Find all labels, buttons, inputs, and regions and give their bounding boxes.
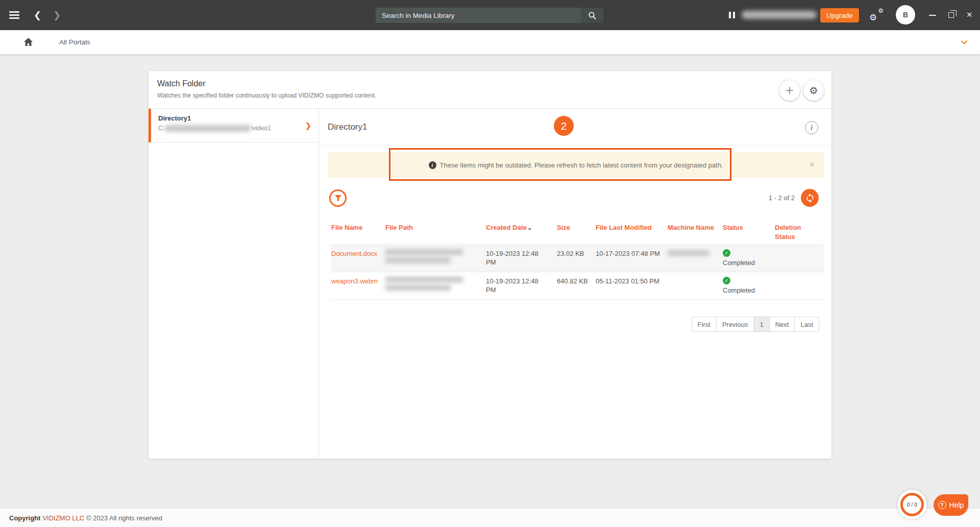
user-avatar[interactable]: B xyxy=(896,5,915,25)
help-button[interactable]: ? Help xyxy=(934,494,968,516)
page-content: Watch Folder Watches the specified folde… xyxy=(0,54,980,508)
table-toolbar: 1 - 2 of 2 xyxy=(329,189,819,207)
detail-header: Directory1 xyxy=(319,109,831,146)
machine-name-cell xyxy=(668,272,723,299)
window-restore-icon[interactable] xyxy=(948,12,954,18)
filter-button[interactable] xyxy=(329,189,347,207)
col-header-deletion-status[interactable]: Deletion Status xyxy=(775,223,824,241)
breadcrumb-bar: All Portals xyxy=(0,30,980,54)
file-name-link[interactable]: Document.docx xyxy=(331,245,385,272)
forward-arrow-icon[interactable]: ❯ xyxy=(53,0,61,30)
directory-list: Directory1 C: \video1 ❯ xyxy=(149,109,319,458)
chevron-down-icon[interactable] xyxy=(960,38,969,49)
created-date-cell: 10-19-2023 12:48 PM xyxy=(486,272,557,299)
refresh-icon xyxy=(805,193,815,203)
redacted-text xyxy=(385,277,463,282)
table-header-row: File Name File Path Created Date⌄ Size F… xyxy=(331,223,824,244)
company-link[interactable]: VIDIZMO LLC xyxy=(42,514,84,522)
file-last-modified-cell: 05-11-2023 01:50 PM xyxy=(596,272,668,299)
hamburger-menu-icon[interactable] xyxy=(9,11,19,19)
search-icon xyxy=(588,11,597,20)
directory-name: Directory1 xyxy=(158,114,303,122)
col-header-file-name[interactable]: File Name xyxy=(331,223,385,241)
pagination-next-button[interactable]: Next xyxy=(770,317,795,332)
col-header-file-path[interactable]: File Path xyxy=(385,223,486,241)
close-icon[interactable]: ✕ xyxy=(809,161,815,169)
result-range: 1 - 2 of 2 xyxy=(769,194,795,202)
status-label: Completed xyxy=(723,286,755,294)
file-name-link[interactable]: weapon3.webm xyxy=(331,272,385,299)
file-path-cell xyxy=(385,245,486,272)
sort-desc-icon: ⌄ xyxy=(527,224,532,231)
search-input[interactable] xyxy=(376,8,581,23)
status-label: Completed xyxy=(723,259,755,267)
info-circle-icon: i xyxy=(429,161,436,169)
add-watch-folder-button[interactable]: + xyxy=(779,80,800,101)
footer: Copyright VIDIZMO LLC © 2023 All rights … xyxy=(0,508,980,527)
upload-counter: 0 / 0 xyxy=(907,502,917,508)
media-library-search xyxy=(376,8,603,23)
card-body: Directory1 C: \video1 ❯ Directory1 i 2 xyxy=(149,109,831,458)
check-circle-icon: ✓ xyxy=(723,277,730,284)
table-row: Document.docx 10-19-2023 12:48 PM 23.02 … xyxy=(331,244,824,272)
warning-message: These items might be outdated. Please re… xyxy=(440,161,723,169)
home-icon[interactable] xyxy=(23,37,33,49)
watch-folder-table: File Name File Path Created Date⌄ Size F… xyxy=(331,223,824,300)
breadcrumb-all-portals[interactable]: All Portals xyxy=(59,30,90,54)
gear-icon: ⚙ xyxy=(809,86,818,95)
help-label: Help xyxy=(949,501,964,509)
status-cell: ✓ Completed xyxy=(723,245,775,272)
filter-icon xyxy=(334,195,342,202)
pagination-first-button[interactable]: First xyxy=(692,317,717,332)
settings-button[interactable]: ⚙ xyxy=(803,80,824,101)
pagination-previous-button[interactable]: Previous xyxy=(717,317,754,332)
file-path-cell xyxy=(385,272,486,299)
gears-icon[interactable]: ⚙ ⚙ xyxy=(869,8,884,22)
info-icon[interactable]: i xyxy=(805,121,818,134)
page-title: Watch Folder xyxy=(157,79,823,88)
table-row: weapon3.webm 10-19-2023 12:48 PM 640.82 … xyxy=(331,272,824,300)
pagination-page-1-button[interactable]: 1 xyxy=(754,317,769,332)
col-header-machine-name[interactable]: Machine Name xyxy=(668,223,723,241)
rights-label: © 2023 All rights reserved xyxy=(86,514,162,522)
check-circle-icon: ✓ xyxy=(723,249,730,257)
annotation-step-badge: 2 xyxy=(554,116,574,136)
pagination: First Previous 1 Next Last xyxy=(692,317,819,332)
file-last-modified-cell: 10-17-2023 07:48 PM xyxy=(596,245,668,272)
deletion-status-cell xyxy=(775,272,824,299)
window-minimize-icon[interactable] xyxy=(929,15,936,16)
top-bar: ❮ ❯ Upgrade ⚙ ⚙ B ✕ xyxy=(0,0,980,30)
size-cell: 640.82 KB xyxy=(557,272,596,299)
created-date-cell: 10-19-2023 12:48 PM xyxy=(486,245,557,272)
directory-path: C: \video1 xyxy=(158,125,303,132)
machine-name-cell xyxy=(668,245,723,272)
directory-detail: Directory1 i 2 i These items might be ou… xyxy=(319,109,831,458)
redacted-text xyxy=(668,250,709,256)
pause-icon[interactable] xyxy=(729,12,735,18)
copyright-label: Copyright xyxy=(9,514,40,522)
toolbar-right: 1 - 2 of 2 xyxy=(769,189,819,207)
size-cell: 23.02 KB xyxy=(557,245,596,272)
back-arrow-icon[interactable]: ❮ xyxy=(34,0,41,30)
redacted-text xyxy=(385,285,451,291)
col-header-file-last-modified[interactable]: File Last Modified xyxy=(596,223,668,241)
col-header-size[interactable]: Size xyxy=(557,223,596,241)
search-button[interactable] xyxy=(581,8,603,23)
redacted-text xyxy=(385,257,451,263)
upload-progress-ring[interactable]: 0 / 0 xyxy=(897,490,927,519)
deletion-status-cell xyxy=(775,245,824,272)
page-subtitle: Watches the specified folder continuousl… xyxy=(157,92,823,99)
refresh-button[interactable] xyxy=(801,189,819,207)
col-header-status[interactable]: Status xyxy=(723,223,775,241)
question-mark-icon: ? xyxy=(938,501,946,509)
status-cell: ✓ Completed xyxy=(723,272,775,299)
window-close-icon[interactable]: ✕ xyxy=(966,10,973,19)
detail-title: Directory1 xyxy=(328,122,367,132)
pagination-last-button[interactable]: Last xyxy=(795,317,819,332)
plus-icon: + xyxy=(785,85,794,96)
upgrade-button[interactable]: Upgrade xyxy=(820,8,859,22)
redacted-text xyxy=(165,125,251,132)
col-header-created-date[interactable]: Created Date⌄ xyxy=(486,223,557,241)
card-header: Watch Folder Watches the specified folde… xyxy=(149,71,831,109)
directory-list-item[interactable]: Directory1 C: \video1 ❯ xyxy=(149,109,318,142)
